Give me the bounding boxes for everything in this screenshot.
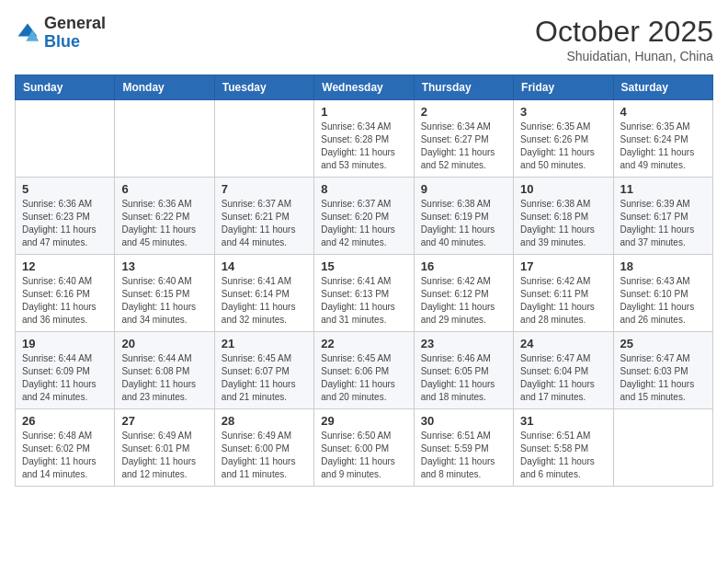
calendar-cell: 26Sunrise: 6:48 AM Sunset: 6:02 PM Dayli… bbox=[16, 409, 115, 487]
day-info: Sunrise: 6:36 AM Sunset: 6:23 PM Dayligh… bbox=[22, 198, 108, 249]
title-block: October 2025 Shuidatian, Hunan, China bbox=[535, 15, 713, 63]
day-info: Sunrise: 6:47 AM Sunset: 6:03 PM Dayligh… bbox=[620, 352, 706, 404]
day-number: 27 bbox=[121, 414, 207, 428]
calendar-cell: 23Sunrise: 6:46 AM Sunset: 6:05 PM Dayli… bbox=[414, 332, 513, 409]
calendar-cell: 24Sunrise: 6:47 AM Sunset: 6:04 PM Dayli… bbox=[514, 332, 613, 409]
calendar-header-row: SundayMondayTuesdayWednesdayThursdayFrid… bbox=[16, 75, 713, 100]
day-number: 18 bbox=[620, 259, 706, 273]
logo-text: General Blue bbox=[44, 15, 106, 52]
day-number: 13 bbox=[121, 259, 207, 273]
calendar-cell: 9Sunrise: 6:38 AM Sunset: 6:19 PM Daylig… bbox=[414, 178, 513, 255]
day-number: 26 bbox=[22, 414, 108, 428]
day-info: Sunrise: 6:35 AM Sunset: 6:24 PM Dayligh… bbox=[620, 121, 706, 172]
calendar-week-row: 19Sunrise: 6:44 AM Sunset: 6:09 PM Dayli… bbox=[16, 332, 713, 409]
day-number: 17 bbox=[520, 259, 606, 273]
day-info: Sunrise: 6:45 AM Sunset: 6:07 PM Dayligh… bbox=[222, 352, 307, 404]
day-header-friday: Friday bbox=[514, 75, 613, 100]
day-info: Sunrise: 6:49 AM Sunset: 6:01 PM Dayligh… bbox=[121, 430, 207, 481]
day-header-monday: Monday bbox=[115, 75, 214, 100]
day-number: 16 bbox=[421, 259, 506, 273]
calendar-cell: 4Sunrise: 6:35 AM Sunset: 6:24 PM Daylig… bbox=[613, 100, 712, 178]
day-number: 4 bbox=[620, 105, 706, 119]
day-number: 23 bbox=[421, 337, 506, 350]
day-info: Sunrise: 6:35 AM Sunset: 6:26 PM Dayligh… bbox=[520, 121, 606, 172]
calendar-week-row: 12Sunrise: 6:40 AM Sunset: 6:16 PM Dayli… bbox=[16, 255, 713, 332]
day-info: Sunrise: 6:51 AM Sunset: 5:58 PM Dayligh… bbox=[520, 430, 606, 481]
calendar-cell: 19Sunrise: 6:44 AM Sunset: 6:09 PM Dayli… bbox=[16, 332, 115, 409]
calendar-cell: 28Sunrise: 6:49 AM Sunset: 6:00 PM Dayli… bbox=[214, 409, 313, 487]
day-number: 31 bbox=[520, 414, 606, 428]
day-header-tuesday: Tuesday bbox=[214, 75, 313, 100]
calendar-cell: 13Sunrise: 6:40 AM Sunset: 6:15 PM Dayli… bbox=[115, 255, 214, 332]
month-title: October 2025 bbox=[535, 15, 713, 49]
day-number: 24 bbox=[520, 337, 606, 350]
day-info: Sunrise: 6:41 AM Sunset: 6:13 PM Dayligh… bbox=[321, 275, 406, 327]
day-info: Sunrise: 6:42 AM Sunset: 6:11 PM Dayligh… bbox=[520, 275, 606, 327]
calendar-table: SundayMondayTuesdayWednesdayThursdayFrid… bbox=[15, 75, 713, 487]
day-info: Sunrise: 6:47 AM Sunset: 6:04 PM Dayligh… bbox=[520, 352, 606, 404]
calendar-cell bbox=[115, 100, 214, 178]
day-info: Sunrise: 6:36 AM Sunset: 6:22 PM Dayligh… bbox=[121, 198, 207, 249]
day-number: 29 bbox=[321, 414, 406, 428]
day-number: 12 bbox=[22, 259, 108, 273]
calendar-cell bbox=[214, 100, 313, 178]
day-info: Sunrise: 6:38 AM Sunset: 6:19 PM Dayligh… bbox=[421, 198, 506, 249]
day-number: 15 bbox=[321, 259, 406, 273]
day-number: 1 bbox=[321, 105, 406, 119]
calendar-cell bbox=[16, 100, 115, 178]
calendar-cell: 10Sunrise: 6:38 AM Sunset: 6:18 PM Dayli… bbox=[514, 178, 613, 255]
calendar-cell: 20Sunrise: 6:44 AM Sunset: 6:08 PM Dayli… bbox=[115, 332, 214, 409]
page-header: General Blue October 2025 Shuidatian, Hu… bbox=[15, 15, 713, 63]
calendar-cell: 27Sunrise: 6:49 AM Sunset: 6:01 PM Dayli… bbox=[115, 409, 214, 487]
day-number: 22 bbox=[321, 337, 406, 350]
day-number: 28 bbox=[222, 414, 307, 428]
calendar-cell: 22Sunrise: 6:45 AM Sunset: 6:06 PM Dayli… bbox=[314, 332, 414, 409]
day-number: 7 bbox=[222, 182, 307, 196]
day-number: 10 bbox=[520, 182, 606, 196]
calendar-cell: 8Sunrise: 6:37 AM Sunset: 6:20 PM Daylig… bbox=[314, 178, 414, 255]
day-number: 5 bbox=[22, 182, 108, 196]
day-info: Sunrise: 6:45 AM Sunset: 6:06 PM Dayligh… bbox=[321, 352, 406, 404]
day-info: Sunrise: 6:37 AM Sunset: 6:21 PM Dayligh… bbox=[222, 198, 307, 249]
day-header-thursday: Thursday bbox=[414, 75, 513, 100]
day-header-sunday: Sunday bbox=[16, 75, 115, 100]
calendar-cell: 1Sunrise: 6:34 AM Sunset: 6:28 PM Daylig… bbox=[314, 100, 414, 178]
calendar-cell: 18Sunrise: 6:43 AM Sunset: 6:10 PM Dayli… bbox=[613, 255, 712, 332]
calendar-cell: 31Sunrise: 6:51 AM Sunset: 5:58 PM Dayli… bbox=[514, 409, 613, 487]
calendar-cell: 11Sunrise: 6:39 AM Sunset: 6:17 PM Dayli… bbox=[613, 178, 712, 255]
day-info: Sunrise: 6:40 AM Sunset: 6:16 PM Dayligh… bbox=[22, 275, 108, 327]
calendar-cell: 17Sunrise: 6:42 AM Sunset: 6:11 PM Dayli… bbox=[514, 255, 613, 332]
calendar-cell: 30Sunrise: 6:51 AM Sunset: 5:59 PM Dayli… bbox=[414, 409, 513, 487]
day-info: Sunrise: 6:39 AM Sunset: 6:17 PM Dayligh… bbox=[620, 198, 706, 249]
day-number: 3 bbox=[520, 105, 606, 119]
calendar-week-row: 5Sunrise: 6:36 AM Sunset: 6:23 PM Daylig… bbox=[16, 178, 713, 255]
day-number: 19 bbox=[22, 337, 108, 350]
calendar-cell: 21Sunrise: 6:45 AM Sunset: 6:07 PM Dayli… bbox=[214, 332, 313, 409]
calendar-cell: 6Sunrise: 6:36 AM Sunset: 6:22 PM Daylig… bbox=[115, 178, 214, 255]
logo-icon bbox=[15, 20, 40, 46]
day-info: Sunrise: 6:41 AM Sunset: 6:14 PM Dayligh… bbox=[222, 275, 307, 327]
day-info: Sunrise: 6:40 AM Sunset: 6:15 PM Dayligh… bbox=[121, 275, 207, 327]
day-header-saturday: Saturday bbox=[613, 75, 712, 100]
calendar-cell: 29Sunrise: 6:50 AM Sunset: 6:00 PM Dayli… bbox=[314, 409, 414, 487]
day-info: Sunrise: 6:51 AM Sunset: 5:59 PM Dayligh… bbox=[421, 430, 506, 481]
calendar-cell: 2Sunrise: 6:34 AM Sunset: 6:27 PM Daylig… bbox=[414, 100, 513, 178]
calendar-cell: 12Sunrise: 6:40 AM Sunset: 6:16 PM Dayli… bbox=[16, 255, 115, 332]
day-number: 14 bbox=[222, 259, 307, 273]
calendar-cell: 7Sunrise: 6:37 AM Sunset: 6:21 PM Daylig… bbox=[214, 178, 313, 255]
logo: General Blue bbox=[15, 15, 106, 52]
calendar-cell: 14Sunrise: 6:41 AM Sunset: 6:14 PM Dayli… bbox=[214, 255, 313, 332]
calendar-cell: 5Sunrise: 6:36 AM Sunset: 6:23 PM Daylig… bbox=[16, 178, 115, 255]
day-number: 6 bbox=[121, 182, 207, 196]
day-info: Sunrise: 6:37 AM Sunset: 6:20 PM Dayligh… bbox=[321, 198, 406, 249]
day-header-wednesday: Wednesday bbox=[314, 75, 414, 100]
day-info: Sunrise: 6:44 AM Sunset: 6:09 PM Dayligh… bbox=[22, 352, 108, 404]
day-info: Sunrise: 6:34 AM Sunset: 6:28 PM Dayligh… bbox=[321, 121, 406, 172]
day-info: Sunrise: 6:43 AM Sunset: 6:10 PM Dayligh… bbox=[620, 275, 706, 327]
day-number: 30 bbox=[421, 414, 506, 428]
calendar-cell: 16Sunrise: 6:42 AM Sunset: 6:12 PM Dayli… bbox=[414, 255, 513, 332]
calendar-week-row: 1Sunrise: 6:34 AM Sunset: 6:28 PM Daylig… bbox=[16, 100, 713, 178]
calendar-cell: 25Sunrise: 6:47 AM Sunset: 6:03 PM Dayli… bbox=[613, 332, 712, 409]
day-info: Sunrise: 6:50 AM Sunset: 6:00 PM Dayligh… bbox=[321, 430, 406, 481]
day-number: 8 bbox=[321, 182, 406, 196]
